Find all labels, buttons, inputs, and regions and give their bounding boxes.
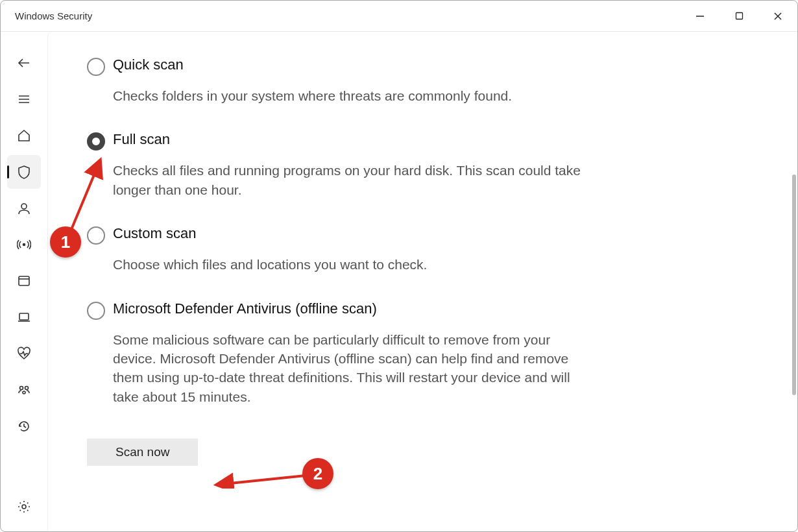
option-title: Custom scan: [113, 225, 427, 242]
scan-option-custom[interactable]: Custom scan Choose which files and locat…: [87, 225, 593, 274]
minimize-icon: [695, 12, 705, 21]
sidebar-item-history[interactable]: [7, 409, 41, 443]
sidebar-item-firewall[interactable]: [7, 228, 41, 261]
scan-option-full[interactable]: Full scan Checks all files and running p…: [87, 131, 593, 199]
sidebar-item-home[interactable]: [7, 119, 41, 152]
shield-icon: [17, 165, 31, 179]
radio-offline[interactable]: [87, 302, 105, 320]
gear-icon: [17, 500, 31, 514]
scan-option-quick[interactable]: Quick scan Checks folders in your system…: [87, 56, 593, 105]
svg-point-9: [23, 244, 25, 246]
option-description: Choose which files and locations you wan…: [113, 255, 427, 274]
laptop-icon: [17, 310, 31, 324]
broadcast-icon: [17, 237, 31, 252]
svg-rect-1: [736, 13, 742, 19]
sidebar-item-account[interactable]: [7, 191, 41, 225]
svg-point-15: [25, 387, 29, 390]
option-description: Some malicious software can be particula…: [113, 330, 593, 407]
annotation-step-2: 2: [302, 458, 333, 489]
sidebar-item-settings[interactable]: [7, 490, 41, 524]
family-icon: [17, 383, 31, 397]
close-button[interactable]: [758, 1, 797, 31]
option-title: Quick scan: [113, 56, 512, 73]
menu-button[interactable]: [7, 82, 41, 116]
svg-rect-10: [19, 276, 29, 285]
option-title: Full scan: [113, 131, 593, 148]
scan-options-content: Quick scan Checks folders in your system…: [48, 32, 797, 531]
svg-point-16: [23, 391, 25, 394]
sidebar: [1, 32, 47, 531]
minimize-button[interactable]: [681, 1, 719, 31]
main-area: Quick scan Checks folders in your system…: [1, 32, 797, 531]
content-wrap: Quick scan Checks folders in your system…: [47, 32, 797, 531]
history-icon: [17, 419, 31, 433]
option-title: Microsoft Defender Antivirus (offline sc…: [113, 300, 593, 317]
sidebar-item-family[interactable]: [7, 373, 41, 407]
svg-point-14: [20, 387, 23, 390]
titlebar: Windows Security: [1, 1, 797, 32]
scan-now-button[interactable]: Scan now: [87, 439, 198, 466]
heart-rate-icon: [17, 346, 31, 361]
back-button[interactable]: [7, 46, 41, 80]
radio-custom[interactable]: [87, 226, 105, 245]
close-icon: [773, 12, 782, 21]
sidebar-item-app-browser[interactable]: [7, 264, 41, 298]
window-controls: [681, 1, 797, 31]
maximize-icon: [735, 12, 744, 20]
option-description: Checks folders in your system where thre…: [113, 86, 512, 105]
sidebar-item-virus-protection[interactable]: [7, 155, 41, 189]
annotation-step-1: 1: [50, 226, 81, 258]
radio-full[interactable]: [87, 132, 105, 151]
maximize-button[interactable]: [719, 1, 758, 31]
svg-point-8: [21, 204, 27, 209]
back-arrow-icon: [17, 56, 31, 70]
sidebar-item-device-performance[interactable]: [7, 337, 41, 370]
svg-rect-12: [19, 313, 29, 320]
window-title: Windows Security: [15, 10, 92, 21]
account-icon: [17, 201, 31, 215]
sidebar-item-device-security[interactable]: [7, 300, 41, 334]
radio-quick[interactable]: [87, 58, 105, 76]
hamburger-icon: [17, 92, 31, 106]
svg-point-17: [22, 505, 26, 509]
scrollbar[interactable]: [792, 175, 796, 395]
option-description: Checks all files and running programs on…: [113, 161, 593, 199]
home-icon: [17, 128, 31, 143]
scan-option-offline[interactable]: Microsoft Defender Antivirus (offline sc…: [87, 300, 593, 407]
browser-icon: [17, 274, 31, 288]
